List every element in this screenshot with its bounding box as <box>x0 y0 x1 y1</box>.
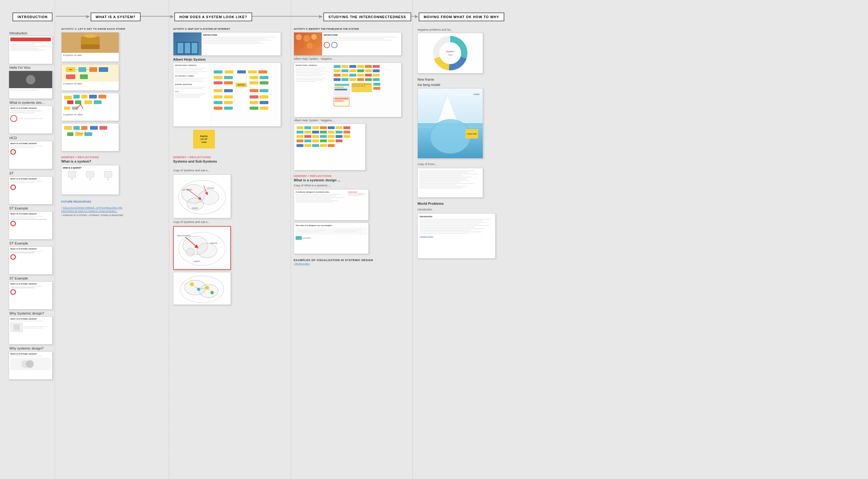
col1-cake-fourth-card[interactable] <box>61 123 119 151</box>
col4-world-problems-card[interactable]: Introduction • Tell Me A Story <box>417 213 496 259</box>
svg-text:system: system <box>192 207 198 209</box>
svg-line-6 <box>232 86 246 95</box>
sidebar-label-hcd: HCD <box>9 136 17 140</box>
col3-albert-neg-label-2: Albert Heijn System : Negative ... <box>294 119 335 122</box>
col1-cake-card[interactable]: A system of cake <box>61 32 119 62</box>
col-sep-1 <box>55 0 55 479</box>
sidebar-card-why-2[interactable]: WHAT IS SYSTEMIC DESIGN? <box>9 352 53 380</box>
svg-text:interconnection: interconnection <box>177 235 191 237</box>
svg-point-29 <box>190 282 194 287</box>
svg-text:element: element <box>207 187 214 189</box>
sidebar-card-vino[interactable] <box>9 71 53 99</box>
col3-activity-label: ACTIVITY 3: IDENTIFY THE PROBLEM IN THE … <box>294 28 359 30</box>
col2-activity-label: ACTIVITY 2: MAP OUT A SYSTEM OF INTEREST <box>173 28 230 30</box>
arrow-2: ▶ <box>170 14 174 19</box>
connector-2 <box>140 16 173 17</box>
sidebar-label-st-example-3: ST Example <box>9 276 28 280</box>
col3-debrief: DEBRIEF / REFLECTIONS What is a systemic… <box>294 175 340 182</box>
arrow-1: ▶ <box>86 14 90 19</box>
header-intro: INTRODUCTION <box>12 12 53 21</box>
col4-neg-label: Negative problems and Sy... <box>417 28 453 31</box>
col1-debrief-card[interactable]: what is a system? <box>61 165 119 195</box>
col4-intro-label: Introduction <box>417 208 432 211</box>
svg-marker-51 <box>438 95 458 123</box>
svg-line-1 <box>232 73 246 86</box>
svg-point-52 <box>430 119 470 153</box>
col1-future-text: • TOOLS IN A SYSTEM THINKER - HTTPS://RE… <box>61 206 128 231</box>
sidebar-label-intro: Introduction <box>9 31 27 35</box>
sidebar-card-intro[interactable] <box>9 36 53 64</box>
arrow-4: ▶ <box>415 14 418 19</box>
header-moving: MOVING FROM WHAT OK HOW TO WHY <box>419 12 504 21</box>
col4-circle-card[interactable]: System Map <box>417 33 483 73</box>
col1-future: FUTURE RESOURCES <box>61 200 91 203</box>
sidebar-label-st: ST <box>9 171 14 175</box>
connector-3 <box>251 16 322 17</box>
col2-sub-systems-label-1: Copy of Systems and sub-s... <box>173 169 210 172</box>
arrow-3: ▶ <box>319 14 322 19</box>
svg-text:sub-system: sub-system <box>182 188 192 191</box>
header-studying: STUDYING THE INTERCONNECTEDNESS <box>323 12 411 21</box>
col3-yellow-diagram[interactable] <box>294 123 366 171</box>
svg-line-41 <box>300 127 308 131</box>
header-what-system: WHAT IS A SYSTEM? <box>91 12 141 21</box>
col3-albert-neg-card-2[interactable]: INSTRUCTIONS / LEERDOEL: <box>294 63 402 117</box>
col2-diagram-3[interactable] <box>173 272 231 305</box>
svg-point-20 <box>197 243 217 258</box>
col2-sub-systems-card-2[interactable]: interconnection element system <box>173 226 231 270</box>
col4-copy-from-card[interactable] <box>417 168 483 198</box>
col4-copy-from-label: Copy of From... <box>417 162 437 166</box>
col2-activity-card[interactable]: INSTRUCTIONS <box>173 32 281 56</box>
col3-examples-label: EXAMPLES OF VISUALIZATION IN SYSTEMIC DE… <box>294 259 373 265</box>
main-canvas: INTRODUCTION WHAT IS A SYSTEM? HOW DOES … <box>0 0 868 479</box>
svg-line-40 <box>382 68 393 71</box>
svg-point-28 <box>199 284 218 298</box>
col2-sub-systems-label-2: Copy of Systems and sub-s... <box>173 220 210 223</box>
sidebar-card-st-example-3[interactable]: WHAT IS SYSTEMIC DESIGN? <box>9 281 53 309</box>
col3-albert-neg-card-1[interactable]: INSTRUCTIONS → <box>294 32 402 56</box>
col2-debrief: DEBRIEF / REFLECTIONS Systems and Sub-Sy… <box>173 156 217 163</box>
col-sep-2 <box>169 0 169 479</box>
svg-line-0 <box>219 73 246 86</box>
col3-systemic-card[interactable]: A systemic designer is someone who... so… <box>294 189 369 220</box>
sidebar-label-systemic: What is systemic des... <box>9 101 44 104</box>
svg-text:System: System <box>446 50 455 53</box>
header-how-look: HOW DOES A SYSTEM LOOK LIKE? <box>174 12 252 21</box>
col-sep-4 <box>412 0 413 479</box>
sidebar-card-st-example-2[interactable]: WHAT IS SYSTEMIC DESIGN? <box>9 246 53 274</box>
col3-systemic-label: Copy of What is a systemic :... <box>294 184 332 187</box>
col1-cake-complex-card[interactable]: A system of cake! <box>61 93 119 121</box>
svg-text:Map: Map <box>448 54 453 56</box>
col4-iceberg-card[interactable]: Visible mental model <box>417 88 483 158</box>
svg-line-8 <box>246 86 271 95</box>
col1-cake-map-card[interactable]: CAKE A system of cake <box>61 64 119 91</box>
svg-line-38 <box>361 68 372 71</box>
svg-line-7 <box>246 86 261 95</box>
sidebar-label-vino: Hello I'm Vino <box>9 66 30 69</box>
svg-line-5 <box>219 86 246 95</box>
sidebar-label-why-1: Why Systemic design? <box>9 311 44 315</box>
svg-text:element: element <box>210 242 217 244</box>
svg-line-4 <box>246 73 271 86</box>
sidebar-card-st-example-1[interactable]: WHAT IS SYSTEMIC DESIGN? <box>9 211 53 239</box>
col3-debrief-card-2[interactable]: Two roles of a designer you can imagine:… <box>294 222 369 254</box>
col1-debrief: DEBRIEF / REFLECTIONS What is a system? <box>61 156 99 163</box>
svg-text:system: system <box>194 260 200 263</box>
col2-sub-systems-card-1[interactable]: sub-system element system <box>173 175 231 218</box>
col2-albert-label: Albert Heijn System <box>173 58 206 61</box>
svg-line-36 <box>339 68 350 71</box>
svg-line-42 <box>308 127 316 131</box>
svg-line-3 <box>246 73 259 86</box>
col4-world-problems-header: World Problems <box>417 202 444 205</box>
sidebar-label-st-example-2: ST Example <box>9 241 28 245</box>
sidebar-label-why-2: Why systemic design? <box>9 347 43 350</box>
col2-albert-card[interactable]: INSTRUCTIONS / LEERDOEL: GO STRATEGY / C… <box>173 63 281 127</box>
sidebar-card-systemic[interactable]: WHAT IS SYSTEMIC DESIGN? <box>9 106 53 134</box>
sidebar-card-hcd[interactable]: WHAT IS SYSTEMIC DESIGN? <box>9 141 53 169</box>
col4-new-frame-label: New frame <box>417 78 434 81</box>
sidebar-card-why-1[interactable]: WHAT IS SYSTEMIC DESIGN? <box>9 317 53 345</box>
svg-line-39 <box>371 68 382 71</box>
col4-iceberg-label: Ice berg model <box>417 83 440 87</box>
col-sep-3 <box>290 0 291 479</box>
sidebar-card-st[interactable]: WHAT IS SYSTEMIC DESIGN? <box>9 176 53 205</box>
